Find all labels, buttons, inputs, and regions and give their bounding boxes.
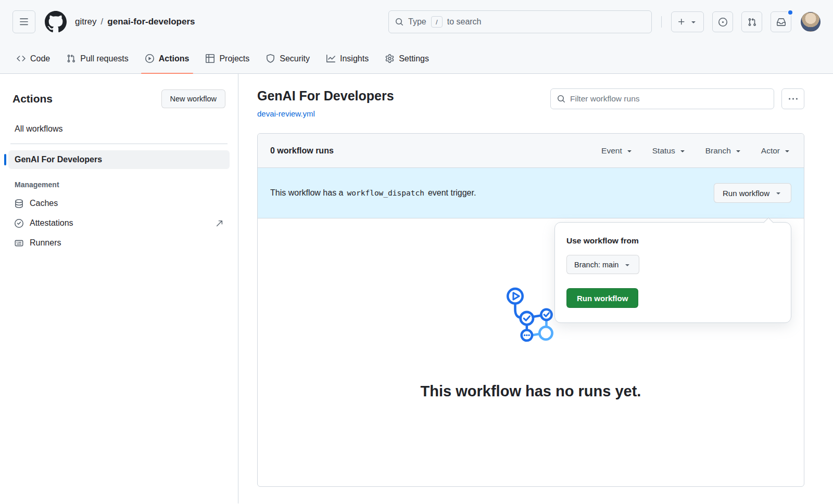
repo-nav: Code Pull requests Actions Projects Secu… <box>0 44 833 74</box>
breadcrumb: gitrey / genai-for-developers <box>75 17 195 27</box>
avatar[interactable] <box>801 12 821 32</box>
workflow-graph-illustration <box>499 285 563 348</box>
kebab-horizontal-icon <box>789 95 798 104</box>
filter-workflow-runs-input[interactable] <box>570 94 767 104</box>
tab-settings[interactable]: Settings <box>377 44 437 73</box>
chevron-down-icon <box>625 147 634 155</box>
breadcrumb-repo[interactable]: genai-for-developers <box>107 17 195 27</box>
tab-label: Pull requests <box>80 54 129 63</box>
run-workflow-dropdown-button[interactable]: Run workflow <box>714 183 791 203</box>
filter-label: Actor <box>761 146 780 156</box>
tab-code[interactable]: Code <box>8 44 58 73</box>
all-workflows-label: All workflows <box>15 124 62 134</box>
event-filter-dropdown[interactable]: Event <box>601 146 634 156</box>
chevron-down-icon <box>774 189 782 197</box>
play-circle-icon <box>145 54 154 63</box>
attestations-label: Attestations <box>30 218 73 228</box>
tab-insights[interactable]: Insights <box>318 44 377 73</box>
banner-text-before: This workflow has a <box>270 188 344 198</box>
breadcrumb-separator: / <box>101 17 104 27</box>
caches-icon <box>15 199 23 208</box>
main-content: GenAI For Developers devai-review.yml <box>238 74 833 503</box>
tab-label: Projects <box>219 54 249 63</box>
run-workflow-label: Run workflow <box>723 189 769 198</box>
hamburger-icon <box>19 17 29 27</box>
popover-title: Use workflow from <box>566 236 779 245</box>
banner-text-after: event trigger. <box>428 188 476 198</box>
tab-label: Code <box>30 54 50 63</box>
filter-label: Branch <box>705 146 731 156</box>
graph-icon <box>326 54 335 63</box>
workflow-runs-panel: 0 workflow runs Event Status Branch <box>257 133 804 487</box>
chevron-down-icon <box>689 18 698 26</box>
runners-label: Runners <box>30 238 61 248</box>
issue-opened-icon <box>718 18 727 27</box>
pull-requests-button[interactable] <box>741 11 762 32</box>
sidebar-item-all-workflows[interactable]: All workflows <box>8 120 230 138</box>
chevron-down-icon <box>783 147 791 155</box>
git-pull-request-icon <box>748 18 756 27</box>
tab-label: Actions <box>159 54 190 63</box>
actor-filter-dropdown[interactable]: Actor <box>761 146 791 156</box>
notification-dot <box>787 9 793 16</box>
gear-icon <box>385 54 394 63</box>
slash-key-hint: / <box>431 16 443 28</box>
inbox-button[interactable] <box>771 11 791 32</box>
caches-label: Caches <box>30 199 58 208</box>
filter-label: Status <box>652 146 675 156</box>
branch-filter-dropdown[interactable]: Branch <box>705 146 742 156</box>
workflow-file-link[interactable]: devai-review.yml <box>257 109 315 118</box>
sidebar-title: Actions <box>12 93 53 105</box>
sidebar-item-attestations[interactable]: Attestations <box>8 214 230 232</box>
github-logo[interactable] <box>45 11 67 33</box>
filter-workflow-runs-box <box>550 88 774 109</box>
management-section-title: Management <box>6 170 232 193</box>
tab-label: Security <box>280 54 310 63</box>
run-workflow-submit-button[interactable]: Run workflow <box>566 288 638 308</box>
empty-state-message: This workflow has no runs yet. <box>421 383 641 400</box>
tab-pull-requests[interactable]: Pull requests <box>58 44 137 73</box>
search-placeholder-suffix: to search <box>447 17 482 27</box>
breadcrumb-owner[interactable]: gitrey <box>75 17 97 27</box>
sidebar-divider <box>10 144 228 144</box>
runners-icon <box>15 239 23 248</box>
tab-label: Insights <box>340 54 369 63</box>
branch-select-button[interactable]: Branch: main <box>566 255 639 274</box>
banner-code: workflow_dispatch <box>347 189 424 197</box>
branch-select-label: Branch: main <box>574 261 619 269</box>
new-workflow-button[interactable]: New workflow <box>161 89 225 108</box>
table-icon <box>206 54 214 63</box>
header-divider <box>661 16 662 28</box>
workflow-dispatch-banner: This workflow has a workflow_dispatch ev… <box>258 168 804 218</box>
workflow-name-label: GenAI For Developers <box>15 155 102 164</box>
sidebar-item-caches[interactable]: Caches <box>8 194 230 213</box>
code-icon <box>17 54 26 63</box>
hamburger-menu-button[interactable] <box>12 10 35 33</box>
tab-label: Settings <box>399 54 429 63</box>
global-search-input[interactable]: Type / to search <box>388 10 652 33</box>
tab-projects[interactable]: Projects <box>197 44 258 73</box>
run-workflow-popover: Use workflow from Branch: main Run workf… <box>554 222 791 323</box>
search-icon <box>557 95 565 103</box>
tab-actions[interactable]: Actions <box>137 44 198 73</box>
chevron-down-icon <box>678 147 687 155</box>
workflow-options-button[interactable] <box>781 88 804 109</box>
issues-button[interactable] <box>712 11 733 32</box>
sidebar-item-runners[interactable]: Runners <box>8 234 230 252</box>
status-filter-dropdown[interactable]: Status <box>652 146 687 156</box>
chevron-down-icon <box>734 147 742 155</box>
actions-sidebar: Actions New workflow All workflows GenAI… <box>0 74 238 503</box>
search-icon <box>395 18 403 26</box>
tab-security[interactable]: Security <box>258 44 318 73</box>
sidebar-item-genai-workflow[interactable]: GenAI For Developers <box>8 150 230 169</box>
attestations-icon <box>15 219 23 228</box>
create-new-button[interactable] <box>671 11 704 32</box>
git-pull-request-icon <box>67 54 75 63</box>
inbox-icon <box>777 18 786 27</box>
chevron-down-icon <box>623 261 632 269</box>
plus-icon <box>677 18 686 26</box>
shield-icon <box>266 54 275 63</box>
filter-label: Event <box>601 146 622 156</box>
arrow-up-right-icon <box>216 219 223 227</box>
runs-panel-header: 0 workflow runs Event Status Branch <box>258 134 804 168</box>
